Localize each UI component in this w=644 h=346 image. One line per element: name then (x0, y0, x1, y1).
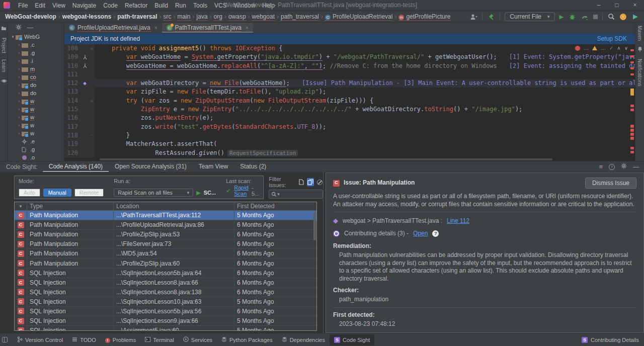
search-everywhere-icon[interactable] (607, 13, 615, 21)
menu-build[interactable]: Build (151, 2, 172, 9)
prev-issue-icon[interactable]: ∧ (617, 45, 620, 51)
collapsed-chevron-icon[interactable]: › (16, 50, 22, 55)
collapsed-chevron-icon[interactable]: › (16, 42, 22, 47)
collapsed-chevron-icon[interactable]: › (16, 99, 22, 104)
table-scrollbar[interactable] (313, 212, 316, 240)
breadcrumb-java[interactable]: java (197, 13, 208, 21)
taint-flow-gutter-icon[interactable] (80, 53, 89, 61)
tree-item[interactable]: .o (8, 153, 64, 161)
menu-view[interactable]: View (49, 2, 69, 9)
error-stripe-mark[interactable] (630, 129, 634, 132)
sort-icon[interactable]: ▼ (15, 202, 27, 210)
menu-edit[interactable]: Edit (31, 2, 49, 9)
code-line-112[interactable]: 112◆ var webGoatDirectory = new File(web… (64, 79, 635, 88)
menu-file[interactable]: File (15, 2, 31, 9)
issue-search-field[interactable]: ▾ (269, 190, 323, 199)
debug-bug-icon[interactable] (568, 13, 576, 21)
contributing-details-button[interactable]: Contributing Details (591, 337, 639, 343)
table-row[interactable]: CPath Manipulation...\ProfileUploadRetri… (15, 220, 316, 230)
mode-auto-button[interactable]: Auto (19, 189, 40, 197)
setup-sdk-link[interactable]: Setup SDK (597, 35, 627, 42)
breadcrumb-profileuploadretrieval[interactable]: CProfileUploadRetrieval (325, 13, 392, 21)
code-line-108[interactable]: 108⊟ private void assignment5() throws I… (64, 44, 635, 53)
collapsed-chevron-icon[interactable]: › (16, 131, 22, 136)
tab-close-icon[interactable]: × (154, 25, 157, 31)
error-stripe-mark[interactable] (630, 147, 634, 149)
filter-current-file-icon[interactable] (298, 178, 305, 186)
statusbar-dependencies[interactable]: Dependencies (277, 334, 330, 345)
tree-item[interactable]: ›w (8, 105, 64, 113)
table-row[interactable]: CSQL Injection...\SqlInjectionLesson10.j… (15, 297, 316, 307)
statusbar-problems[interactable]: !Problems (101, 334, 140, 345)
error-stripe[interactable] (630, 44, 634, 161)
code-line-120[interactable]: 120 RestAssured.given()RequestSpecificat… (64, 149, 635, 157)
tree-item[interactable]: ›.c (8, 41, 64, 49)
gradle-icon[interactable] (631, 13, 639, 21)
error-stripe-mark[interactable] (630, 89, 634, 96)
editor-tab-pathtraversalittest.java[interactable]: PathTraversalITTest.java× (162, 23, 253, 33)
ide-update-icon[interactable]: ↑ (620, 14, 626, 20)
scan-type-select[interactable]: Rapid Scan on all files▾ (114, 189, 193, 197)
error-stripe-mark[interactable] (630, 151, 634, 153)
code-line-111[interactable]: 111 (64, 70, 635, 79)
table-row[interactable]: CSQL Injection...\SqlInjectionLesson9.ja… (15, 316, 316, 326)
tree-item[interactable]: ›.i (8, 57, 64, 65)
error-stripe-mark[interactable] (630, 109, 634, 111)
panel-help-icon[interactable] (609, 164, 615, 170)
breadcrumb-path-traversal[interactable]: path-traversal (117, 13, 157, 20)
cs-tab-open-source-analysis-31-[interactable]: Open Source Analysis (31) (109, 161, 193, 172)
menu-code[interactable]: Code (100, 2, 121, 9)
inspection-widget[interactable]: … … ✓ ∧ ∨ (575, 45, 628, 51)
run-configuration-select[interactable]: Current File▾ (505, 12, 554, 21)
tree-item[interactable]: ›do (8, 89, 64, 97)
fold-marker-icon[interactable]: ⊟ (89, 97, 95, 105)
issue-search-input[interactable] (280, 191, 315, 197)
profile-user-icon[interactable] (469, 13, 477, 21)
profiler-icon[interactable] (581, 13, 589, 21)
tree-item[interactable]: ›co (8, 73, 64, 81)
code-editor[interactable]: 108⊟ private void assignment5() throws I… (64, 44, 635, 161)
start-scan-icon[interactable]: ▶ (196, 190, 200, 196)
statusbar-terminal[interactable]: Terminal (140, 334, 179, 345)
breadcrumb-owasp[interactable]: owasp (228, 13, 246, 21)
statusbar-python-packages[interactable]: Python Packages (217, 334, 277, 345)
breadcrumb-webgoat[interactable]: webgoat (252, 13, 275, 21)
issue-diamond-gutter-icon[interactable]: ◆ (80, 79, 89, 88)
breadcrumb-webgoat-lessons[interactable]: webgoat-lessons (62, 13, 111, 20)
stop-button[interactable] (593, 15, 598, 19)
statusbar-services[interactable]: Services (179, 334, 217, 345)
table-row[interactable]: CSQL Injection...\SqlInjectionLesson8.ja… (15, 278, 316, 288)
panel-hide-icon[interactable] (633, 163, 639, 170)
tool-stripe-notifications[interactable]: Notifications (637, 59, 642, 86)
code-line-119[interactable]: 119 MatcherAssert.assertThat( (64, 140, 635, 148)
menu-refactor[interactable]: Refactor (121, 2, 151, 9)
tool-stripe-learn[interactable]: Learn (1, 59, 7, 72)
breadcrumb-src[interactable]: src (164, 13, 172, 21)
tree-item[interactable]: ▾WebG (8, 33, 64, 41)
code-line-114[interactable]: 114⊟ try (var zos = new ZipOutputStream(… (64, 97, 635, 105)
breadcrumb-getprofilepicture[interactable]: mgetProfilePicture (398, 13, 450, 21)
tool-stripe-project[interactable]: Project (1, 38, 7, 53)
table-row[interactable]: CPath Manipulation...\FileServer.java:73… (15, 239, 316, 249)
horizontal-scrollbar[interactable] (100, 158, 552, 160)
contributing-help-icon[interactable]: ? (432, 230, 439, 237)
tree-item[interactable]: ›w (8, 121, 64, 129)
filter-dismissed-icon[interactable] (316, 178, 323, 186)
dismiss-issue-button[interactable]: Dismiss Issue (585, 178, 636, 189)
collapsed-chevron-icon[interactable]: › (16, 123, 22, 128)
breadcrumb-webgoat-develop[interactable]: WebGoat-develop (5, 13, 56, 20)
project-settings-gear-icon[interactable] (16, 24, 22, 32)
collapsed-chevron-icon[interactable]: › (16, 74, 22, 79)
fold-marker-icon[interactable]: ⊟ (89, 44, 95, 53)
collapsed-chevron-icon[interactable]: › (16, 91, 22, 96)
tool-stripe-maven[interactable]: Maven (637, 26, 642, 41)
column-header-location[interactable]: Location (113, 202, 234, 210)
tool-window-switcher-icon[interactable] (2, 337, 8, 342)
column-header-type[interactable]: Type (27, 202, 113, 210)
code-line-109[interactable]: 109 var webGoatHome = System.getProperty… (64, 53, 635, 61)
error-stripe-mark[interactable] (630, 67, 634, 69)
error-stripe-mark[interactable] (630, 105, 634, 107)
tree-item[interactable]: ›.g (8, 49, 64, 57)
error-stripe-mark[interactable] (630, 125, 634, 128)
code-line-115[interactable]: 115 ZipEntry e = new ZipEntry("../../../… (64, 105, 635, 114)
